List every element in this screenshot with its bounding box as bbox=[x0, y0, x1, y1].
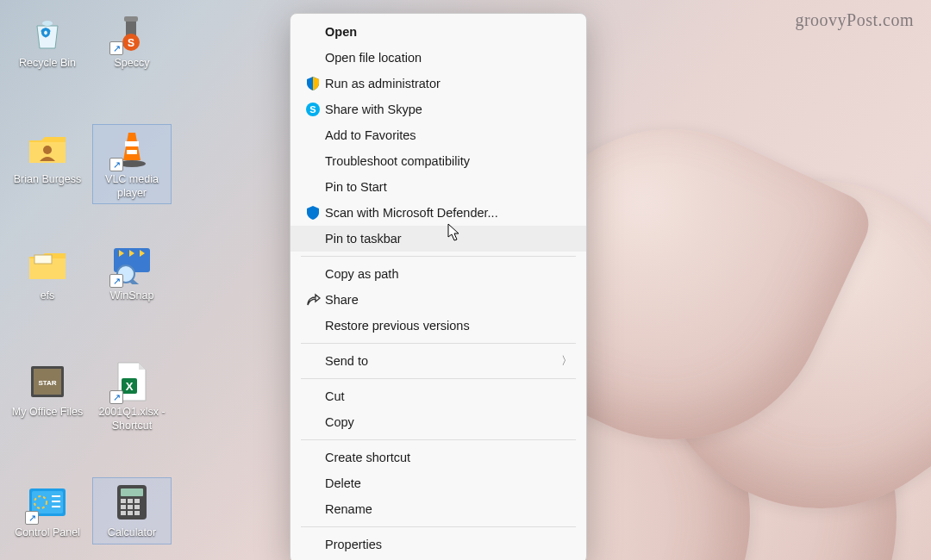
desktop-icon-control-panel[interactable]: ↗ Control Panel bbox=[9, 478, 86, 544]
folder-icon bbox=[27, 245, 68, 286]
svg-rect-29 bbox=[128, 499, 133, 503]
menu-item-add-favorites[interactable]: Add to Favorites bbox=[291, 122, 586, 148]
menu-item-label: Open bbox=[325, 25, 572, 39]
menu-item-label: Cut bbox=[325, 389, 572, 403]
desktop-icon-recycle-bin[interactable]: Recycle Bin bbox=[9, 9, 86, 74]
svg-rect-28 bbox=[121, 499, 126, 503]
desktop-icon-efs[interactable]: efs bbox=[9, 241, 86, 307]
svg-rect-12 bbox=[124, 16, 138, 22]
control-panel-icon: ↗ bbox=[27, 482, 68, 523]
menu-item-delete[interactable]: Delete bbox=[291, 470, 586, 496]
shield-admin-icon bbox=[301, 76, 325, 91]
watermark-text: groovyPost.com bbox=[795, 10, 914, 30]
menu-separator bbox=[301, 256, 576, 257]
menu-item-label: Copy bbox=[325, 415, 572, 429]
menu-item-share[interactable]: Share bbox=[291, 287, 586, 313]
menu-item-copy-path[interactable]: Copy as path bbox=[291, 261, 586, 287]
menu-item-label: Run as administrator bbox=[325, 77, 572, 90]
menu-item-label: Add to Favorites bbox=[325, 128, 572, 142]
menu-item-troubleshoot[interactable]: Troubleshoot compatibility bbox=[291, 148, 586, 174]
desktop-icon-vlc[interactable]: ↗ VLC media player bbox=[93, 125, 171, 203]
speccy-icon: S ↗ bbox=[111, 12, 153, 53]
vlc-icon: ↗ bbox=[111, 128, 153, 170]
defender-shield-icon bbox=[301, 205, 325, 221]
menu-item-share-skype[interactable]: S Share with Skype bbox=[291, 96, 586, 122]
icon-label: Calculator bbox=[108, 526, 156, 540]
office-folder-icon: STAR bbox=[27, 361, 68, 402]
menu-item-rename[interactable]: Rename bbox=[291, 496, 586, 522]
shortcut-overlay-icon: ↗ bbox=[109, 158, 123, 171]
svg-rect-10 bbox=[52, 506, 60, 507]
menu-item-pin-start[interactable]: Pin to Start bbox=[291, 174, 586, 200]
menu-separator bbox=[301, 343, 576, 344]
icon-label: WinSnap bbox=[110, 289, 154, 303]
calculator-icon bbox=[111, 482, 153, 523]
svg-rect-16 bbox=[127, 150, 137, 154]
chevron-right-icon: 〉 bbox=[561, 353, 572, 369]
menu-item-run-as-admin[interactable]: Run as administrator bbox=[291, 71, 586, 96]
menu-item-create-shortcut[interactable]: Create shortcut bbox=[291, 445, 586, 470]
svg-text:S: S bbox=[309, 104, 316, 115]
desktop-icon-my-office-files[interactable]: STAR My Office Files bbox=[9, 358, 86, 423]
menu-separator bbox=[301, 378, 576, 379]
svg-rect-27 bbox=[121, 488, 143, 496]
icon-label: Brian Burgess bbox=[14, 173, 82, 187]
menu-item-label: Pin to Start bbox=[325, 180, 572, 194]
menu-item-label: Rename bbox=[325, 502, 572, 516]
menu-separator bbox=[301, 526, 576, 527]
excel-file-icon: X ↗ bbox=[111, 361, 153, 402]
menu-item-label: Copy as path bbox=[325, 267, 572, 281]
icon-label: Control Panel bbox=[15, 526, 80, 540]
shortcut-overlay-icon: ↗ bbox=[109, 390, 123, 404]
svg-rect-31 bbox=[121, 505, 126, 509]
shortcut-overlay-icon: ↗ bbox=[109, 41, 123, 55]
desktop-icon-brian-burgess[interactable]: Brian Burgess bbox=[9, 125, 86, 190]
svg-text:S: S bbox=[128, 37, 134, 49]
svg-rect-1 bbox=[34, 255, 52, 264]
desktop-icon-speccy[interactable]: S ↗ Speccy bbox=[93, 9, 171, 74]
menu-item-cut[interactable]: Cut bbox=[291, 383, 586, 409]
shortcut-overlay-icon: ↗ bbox=[25, 511, 39, 525]
context-menu: Open Open file location Run as administr… bbox=[290, 13, 587, 560]
menu-item-open[interactable]: Open bbox=[291, 19, 586, 45]
shortcut-overlay-icon: ↗ bbox=[109, 274, 123, 288]
menu-item-restore-versions[interactable]: Restore previous versions bbox=[291, 313, 586, 339]
menu-item-label: Create shortcut bbox=[325, 451, 572, 464]
winsnap-icon: ↗ bbox=[111, 245, 153, 286]
menu-item-send-to[interactable]: Send to 〉 bbox=[291, 348, 586, 374]
menu-item-open-file-location[interactable]: Open file location bbox=[291, 45, 586, 71]
desktop-icon-calculator[interactable]: Calculator bbox=[93, 478, 171, 544]
menu-item-label: Send to bbox=[325, 354, 561, 368]
menu-item-pin-taskbar[interactable]: Pin to taskbar bbox=[291, 226, 586, 252]
desktop: Recycle Bin Brian Burgess efs bbox=[0, 0, 7, 7]
menu-item-label: Scan with Microsoft Defender... bbox=[325, 206, 572, 220]
svg-rect-30 bbox=[134, 499, 140, 503]
icon-label: Recycle Bin bbox=[19, 57, 76, 71]
icon-label: 2001Q1.xlsx - Shortcut bbox=[95, 406, 169, 432]
icon-label: VLC media player bbox=[95, 173, 169, 200]
menu-item-label: Share with Skype bbox=[325, 103, 572, 116]
svg-rect-36 bbox=[134, 511, 140, 515]
menu-item-label: Properties bbox=[325, 538, 572, 551]
menu-item-label: Troubleshoot compatibility bbox=[325, 154, 572, 168]
menu-item-label: Delete bbox=[325, 476, 572, 490]
svg-rect-33 bbox=[134, 505, 140, 509]
menu-item-copy[interactable]: Copy bbox=[291, 409, 586, 435]
menu-item-defender-scan[interactable]: Scan with Microsoft Defender... bbox=[291, 200, 586, 226]
svg-rect-9 bbox=[52, 501, 60, 502]
svg-rect-35 bbox=[128, 511, 133, 515]
svg-text:X: X bbox=[126, 380, 134, 393]
svg-text:STAR: STAR bbox=[38, 379, 56, 387]
skype-icon: S bbox=[301, 102, 325, 117]
svg-point-0 bbox=[43, 146, 52, 154]
desktop-icon-winsnap[interactable]: ↗ WinSnap bbox=[93, 241, 171, 307]
recycle-bin-icon bbox=[27, 12, 68, 53]
menu-item-label: Open file location bbox=[325, 51, 572, 65]
svg-rect-32 bbox=[128, 505, 133, 509]
svg-rect-8 bbox=[52, 495, 60, 497]
user-folder-icon bbox=[27, 128, 68, 170]
icon-label: Speccy bbox=[115, 57, 150, 71]
desktop-icon-excel-shortcut[interactable]: X ↗ 2001Q1.xlsx - Shortcut bbox=[93, 358, 171, 436]
svg-rect-34 bbox=[121, 511, 126, 515]
menu-item-properties[interactable]: Properties bbox=[291, 532, 586, 557]
